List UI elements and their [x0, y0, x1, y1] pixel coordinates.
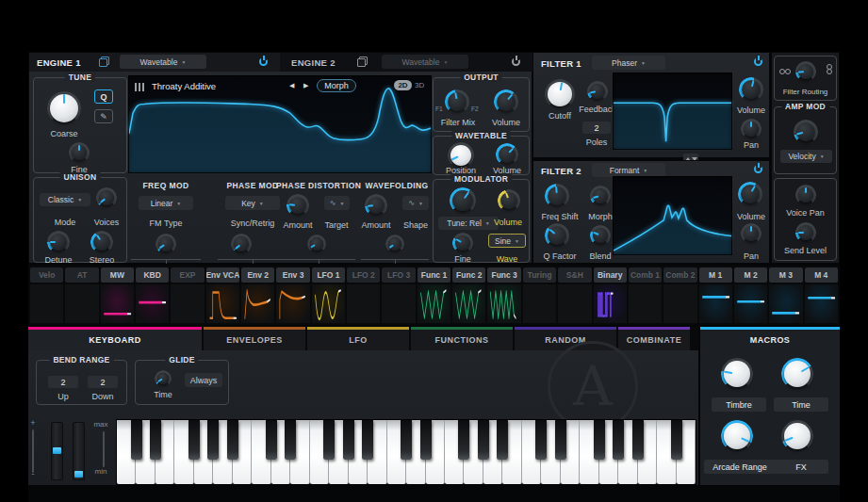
filter-routing-knob[interactable]: [795, 61, 816, 82]
filter2-power-icon[interactable]: [754, 165, 762, 173]
macro-arcade-range-knob[interactable]: [721, 420, 753, 452]
mod-source-func-3[interactable]: Func 3: [487, 267, 520, 323]
phase-distortion-target-select[interactable]: ∿▼: [324, 196, 350, 210]
phase-distortion-amount-knob[interactable]: [287, 194, 309, 217]
engine2-type-select[interactable]: Wavetable▼: [382, 55, 468, 69]
freq-shift-knob[interactable]: [545, 184, 569, 208]
piano-black-key[interactable]: [285, 420, 296, 460]
filter1-power-icon[interactable]: [754, 57, 762, 66]
glide-time-knob[interactable]: [155, 370, 172, 387]
detune-knob[interactable]: [47, 231, 70, 253]
fine-knob[interactable]: [69, 142, 90, 163]
engine2-header[interactable]: ENGINE 2 Wavetable▼: [280, 53, 533, 72]
phase-distortion-mod-knob[interactable]: [307, 235, 326, 253]
mod-source-func-1[interactable]: Func 1: [418, 267, 450, 323]
piano-black-key[interactable]: [266, 420, 277, 460]
fm-type-select[interactable]: Linear▼: [139, 196, 193, 210]
mod-source-lfo-2[interactable]: LFO 2: [347, 267, 380, 323]
mod-wheel-handle[interactable]: [53, 447, 61, 454]
macro-time-knob[interactable]: [781, 358, 813, 390]
engine2-power-icon[interactable]: [512, 57, 520, 66]
piano-black-key[interactable]: [207, 420, 219, 460]
mod-source-lfo-1[interactable]: LFO 1: [312, 267, 345, 323]
mod-source-env-vca[interactable]: Env VCA: [206, 267, 239, 323]
macro-timbre-knob[interactable]: [721, 358, 753, 390]
piano-black-key[interactable]: [188, 420, 200, 460]
piano-black-key[interactable]: [131, 420, 142, 460]
piano-keyboard[interactable]: [116, 419, 696, 485]
engine2-copy-icon[interactable]: [357, 57, 368, 67]
mod-source-s-h[interactable]: S&H: [558, 267, 591, 323]
velocity-range-slider[interactable]: [103, 431, 105, 467]
unison-mode-select[interactable]: Classic▼: [40, 193, 90, 206]
voices-knob[interactable]: [96, 187, 117, 208]
position-knob[interactable]: [448, 142, 474, 169]
blend-knob[interactable]: [590, 225, 611, 246]
mod-source-m-3[interactable]: M 3: [769, 267, 802, 323]
mod-wheel-slider[interactable]: [51, 422, 63, 480]
send-level-knob[interactable]: [795, 222, 816, 243]
piano-black-key[interactable]: [227, 420, 238, 460]
bend-up-value[interactable]: 2: [48, 376, 78, 388]
piano-black-key[interactable]: [535, 420, 547, 460]
mod-source-comb-2[interactable]: Comb 2: [663, 267, 696, 323]
filter1-type-select[interactable]: Phaser▼: [592, 56, 665, 70]
piano-black-key[interactable]: [362, 420, 373, 460]
mod-source-func-2[interactable]: Func 2: [452, 267, 485, 323]
mod-source-m-2[interactable]: M 2: [734, 267, 767, 323]
piano-black-key[interactable]: [401, 420, 412, 460]
mod-source-turing[interactable]: Turing: [523, 267, 556, 323]
stereo-knob[interactable]: [90, 231, 113, 253]
engine1-power-icon[interactable]: [259, 57, 268, 66]
tab-envelopes[interactable]: ENVELOPES: [204, 327, 305, 350]
filter2-type-select[interactable]: Formant▼: [592, 163, 665, 177]
mod-source-mw[interactable]: MW: [101, 267, 134, 323]
quantize-button[interactable]: Q: [94, 89, 113, 104]
wavefolding-shape-select[interactable]: ∿▼: [402, 196, 429, 210]
q-factor-knob[interactable]: [545, 223, 569, 248]
filter1-display[interactable]: [613, 73, 732, 150]
modulator-fine-knob[interactable]: [452, 233, 473, 253]
piano-black-key[interactable]: [323, 420, 335, 460]
wavefolding-mod-knob[interactable]: [385, 235, 404, 253]
modulator-tune-knob[interactable]: [450, 187, 476, 214]
modulator-wave-select[interactable]: Sine▼: [488, 234, 526, 248]
bend-down-value[interactable]: 2: [88, 376, 118, 388]
mod-source-env-2[interactable]: Env 2: [241, 267, 274, 323]
mod-source-env-3[interactable]: Env 3: [276, 267, 309, 323]
engine1-copy-icon[interactable]: [99, 57, 109, 67]
voice-pan-knob[interactable]: [795, 185, 816, 205]
pitch-bend-slider[interactable]: [32, 429, 34, 473]
piano-black-key[interactable]: [613, 420, 624, 460]
piano-black-key[interactable]: [671, 420, 682, 460]
aftertouch-slider[interactable]: [73, 422, 85, 480]
macro-fx-knob[interactable]: [781, 420, 813, 452]
sync-retrig-select[interactable]: Key▼: [225, 196, 280, 210]
filter2-display[interactable]: [613, 176, 732, 255]
freq-mod-amount-knob[interactable]: [156, 234, 176, 254]
tab-keyboard[interactable]: KEYBOARD: [28, 327, 202, 350]
piano-black-key[interactable]: [343, 420, 354, 460]
tab-lfo[interactable]: LFO: [307, 327, 409, 350]
piano-black-key[interactable]: [478, 420, 489, 460]
modulator-volume-knob[interactable]: [498, 189, 520, 212]
wavetable-display[interactable]: Throaty Additive ◀ ▶ Morph 2D 3D: [128, 75, 432, 173]
amp-mod-knob[interactable]: [794, 120, 818, 144]
mod-source-at[interactable]: AT: [65, 267, 98, 323]
mod-source-kbd[interactable]: KBD: [136, 267, 169, 323]
piano-black-key[interactable]: [594, 420, 605, 460]
piano-black-key[interactable]: [420, 420, 432, 460]
piano-black-key[interactable]: [497, 420, 508, 460]
engine1-type-select[interactable]: Wavetable▼: [120, 55, 206, 69]
feedback-knob[interactable]: [587, 81, 608, 102]
tab-combinate[interactable]: COMBINATE: [618, 327, 690, 350]
mod-source-binary[interactable]: Binary: [594, 267, 627, 323]
glide-always-button[interactable]: Always: [185, 373, 222, 387]
mod-source-exp[interactable]: EXP: [171, 267, 204, 323]
cutoff-knob[interactable]: [545, 79, 575, 109]
filter2-volume-knob[interactable]: [738, 182, 762, 206]
piano-black-key[interactable]: [555, 420, 566, 460]
phase-mod-amount-knob[interactable]: [231, 234, 252, 254]
filter2-pan-knob[interactable]: [741, 223, 762, 244]
tab-functions[interactable]: FUNCTIONS: [411, 327, 513, 350]
